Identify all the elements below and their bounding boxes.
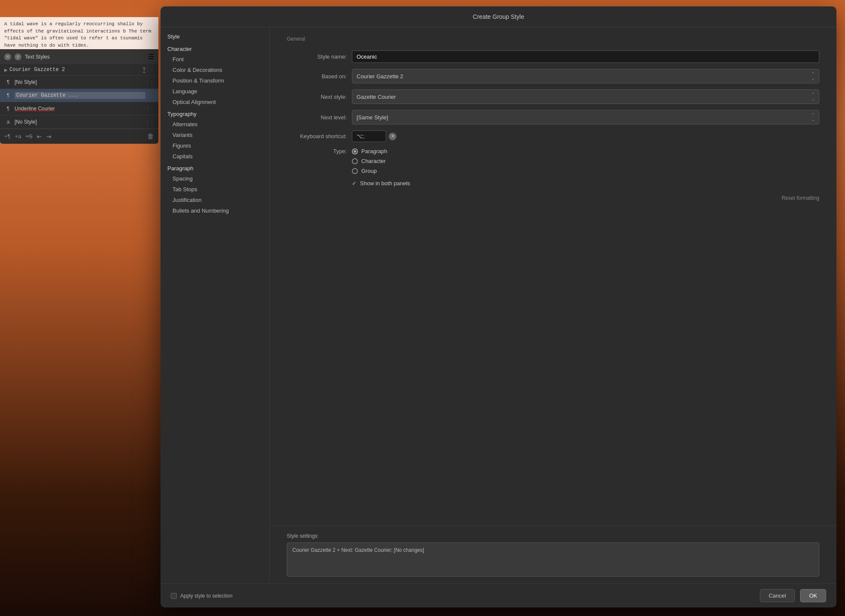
next-level-row: Next level: [Same Style] ⌃⌄ (287, 110, 819, 124)
paragraph-icon: ¶ (4, 92, 12, 99)
indent-left-icon[interactable]: ⇤ (37, 133, 42, 140)
style-name: Courier Gazzette ... (15, 92, 146, 99)
shortcut-input-wrapper: ✕ (352, 130, 396, 142)
show-both-panels-checkbox[interactable]: ✓ Show in both panels (352, 180, 410, 187)
style-item-no-style-para[interactable]: ¶ [No Style] ⋮⋮ (0, 76, 158, 89)
chevron-down-icon: ⌃⌄ (811, 113, 815, 122)
text-preview: A tidal wave is a regularly reoccurring … (0, 17, 158, 52)
style-item-courier-active[interactable]: ¶ Courier Gazzette ... ⋮⋮ (0, 89, 158, 102)
nav-section-paragraph: Paragraph (161, 162, 269, 173)
nav-item-tab-stops[interactable]: Tab Stops (161, 184, 269, 195)
nav-sidebar: Style Character Font Color & Decorations… (161, 27, 270, 583)
nav-item-figures[interactable]: Figures (161, 140, 269, 151)
radio-label-group: Group (361, 168, 377, 174)
drag-handle[interactable]: ⋮⋮ (146, 120, 154, 124)
drag-handle[interactable]: ⋮⋮ (146, 68, 154, 72)
close-icon[interactable]: ✕ (4, 53, 11, 60)
dialog-footer: Apply style to selection Cancel OK (161, 583, 836, 607)
paragraph-icon: ¶ (4, 78, 12, 86)
style-name-input[interactable] (352, 50, 819, 63)
add-paragraph-icon[interactable]: +¶ (4, 133, 11, 140)
panel-header: ✕ ⏸ Text Styles ☰ (0, 49, 158, 64)
based-on-select[interactable]: Courier Gazzette 2 ⌃⌄ (352, 69, 819, 83)
section-label: General (287, 36, 819, 42)
apply-style-label: Apply style to selection (180, 593, 232, 599)
nav-item-spacing[interactable]: Spacing (161, 173, 269, 184)
style-name-label: Style name: (287, 53, 347, 60)
based-on-row: Based on: Courier Gazzette 2 ⌃⌄ (287, 69, 819, 83)
checkmark-icon: ✓ (352, 180, 357, 187)
nav-item-capitals[interactable]: Capitals (161, 151, 269, 162)
radio-label-character: Character (361, 158, 386, 164)
character-icon: a (4, 118, 12, 126)
nav-section-style[interactable]: Style (161, 31, 269, 42)
next-style-label: Next style: (287, 94, 347, 100)
reset-formatting-row: Reset formatting (287, 195, 819, 210)
radio-circle-group (352, 168, 358, 174)
dialog-body: Style Character Font Color & Decorations… (161, 27, 836, 583)
panel-title: Text Styles (25, 54, 145, 60)
keyboard-shortcut-row: Keyboard shortcut: ✕ (287, 130, 819, 142)
nav-item-optical-alignment[interactable]: Optical Alignment (161, 97, 269, 107)
ok-button[interactable]: OK (800, 589, 826, 602)
based-on-label: Based on: (287, 73, 347, 80)
next-level-select[interactable]: [Same Style] ⌃⌄ (352, 110, 819, 124)
style-item-underline[interactable]: ¶ Underline Courier ⋮⋮ (0, 102, 158, 116)
nav-item-bullets-numbering[interactable]: Bullets and Numbering (161, 205, 269, 216)
nav-item-alternates[interactable]: Alternates (161, 119, 269, 130)
pause-icon[interactable]: ⏸ (15, 53, 21, 60)
next-style-select[interactable]: Gazette Courier ⌃⌄ (352, 89, 819, 104)
panel-header-actions: ☰ (148, 53, 154, 61)
nav-item-color-decorations[interactable]: Color & Decorations (161, 65, 269, 75)
radio-character[interactable]: Character (352, 158, 387, 164)
style-settings-label: Style settings: (287, 533, 819, 539)
reset-formatting-button[interactable]: Reset formatting (782, 195, 819, 201)
text-styles-panel: ✕ ⏸ Text Styles ☰ ▶ Courier Gazzette 2 T… (0, 49, 158, 144)
style-type-icon: T̲ (143, 67, 146, 73)
delete-style-icon[interactable]: 🗑 (147, 133, 154, 140)
next-level-label: Next level: (287, 114, 347, 121)
add-character-icon[interactable]: +a (15, 133, 21, 140)
nav-item-position-transform[interactable]: Position & Transform (161, 75, 269, 86)
right-content: General Style name: Based on: Courier Ga… (270, 27, 836, 583)
radio-dot (354, 150, 356, 153)
paragraph-icon: ¶ (4, 105, 12, 113)
drag-handle[interactable]: ⋮⋮ (146, 80, 154, 85)
style-item-courier-main[interactable]: ▶ Courier Gazzette 2 T̲ ⋮⋮ (0, 64, 158, 76)
radio-group[interactable]: Group (352, 168, 387, 174)
next-style-row: Next style: Gazette Courier ⌃⌄ (287, 89, 819, 104)
radio-label-paragraph: Paragraph (361, 148, 387, 154)
drag-handle[interactable]: ⋮⋮ (146, 93, 154, 98)
radio-paragraph[interactable]: Paragraph (352, 148, 387, 154)
style-item-no-style-char[interactable]: a [No Style] ⋮⋮ (0, 116, 158, 129)
apply-style-checkbox[interactable]: Apply style to selection (171, 593, 232, 599)
chevron-down-icon: ⌃⌄ (811, 71, 815, 81)
keyboard-shortcut-input[interactable] (352, 130, 386, 142)
show-both-panels-row: ✓ Show in both panels (287, 180, 819, 187)
style-name: Courier Gazzette 2 (9, 67, 143, 73)
indent-right-icon[interactable]: ⇥ (46, 133, 51, 140)
cancel-button[interactable]: Cancel (760, 589, 795, 602)
drag-handle[interactable]: ⋮⋮ (146, 107, 154, 111)
radio-circle-character (352, 158, 358, 164)
clear-shortcut-button[interactable]: ✕ (389, 133, 396, 140)
nav-item-variants[interactable]: Variants (161, 130, 269, 140)
keyboard-shortcut-label: Keyboard shortcut: (287, 133, 347, 139)
menu-icon[interactable]: ☰ (148, 53, 154, 61)
type-row: Type: Paragraph Character (287, 148, 819, 174)
style-name: Underline Courier (15, 106, 146, 112)
style-settings-box: Courier Gazzette 2 + Next: Gazette Couri… (287, 542, 819, 577)
nav-section-typography: Typography (161, 107, 269, 119)
footer-add-icons: +¶ +a +S ⇤ ⇥ (4, 133, 51, 140)
style-name-row: Style name: (287, 50, 819, 63)
panel-footer: +¶ +a +S ⇤ ⇥ 🗑 (0, 129, 158, 144)
nav-item-font[interactable]: Font (161, 54, 269, 65)
nav-item-justification[interactable]: Justification (161, 195, 269, 205)
nav-section-character: Character (161, 42, 269, 54)
style-name: [No Style] (15, 119, 146, 125)
chevron-down-icon: ⌃⌄ (811, 92, 815, 101)
show-both-panels-label: Show in both panels (360, 180, 410, 187)
nav-item-language[interactable]: Language (161, 86, 269, 97)
add-group-icon[interactable]: +S (25, 133, 32, 140)
radio-circle-paragraph (352, 148, 358, 154)
